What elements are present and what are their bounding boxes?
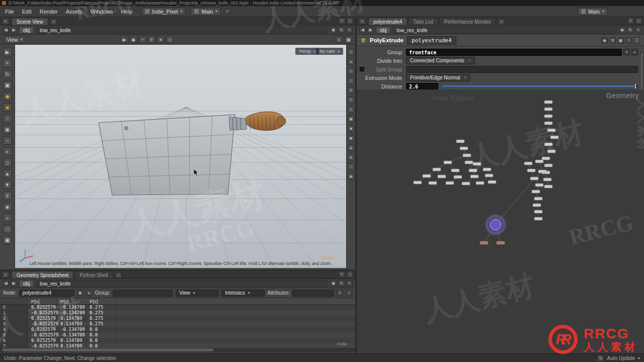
network-node[interactable]	[463, 154, 471, 157]
forward-icon[interactable]: ▶	[367, 27, 374, 33]
persp-view-icon[interactable]: ◐	[348, 49, 354, 55]
intrinsics-dropdown[interactable]: Intrinsics ▾	[221, 290, 265, 297]
network-node[interactable]	[524, 162, 532, 165]
menu-help[interactable]: Help	[117, 6, 136, 17]
params-tab-take-list[interactable]: Take List	[408, 18, 438, 25]
pane-link-icon[interactable]: ≡	[346, 27, 353, 33]
network-node[interactable]	[542, 157, 550, 160]
forward-icon[interactable]: ▶	[11, 27, 17, 33]
menu-assets[interactable]: Assets	[62, 6, 87, 17]
node-selector[interactable]: polyextrude4	[19, 290, 74, 297]
path-root-chip[interactable]: obj	[19, 280, 34, 287]
network-node[interactable]	[527, 169, 535, 172]
secure-selection-icon[interactable]: ◆	[130, 36, 137, 43]
shading-icon[interactable]: ●	[348, 58, 354, 65]
sheet-row[interactable]: 1-0.0252579-0.1347090.275	[0, 310, 355, 316]
pane-options-icon[interactable]: ≡	[627, 18, 634, 24]
display-flag-icon[interactable]: ▣	[3, 236, 12, 244]
sheet-row[interactable]: 00.9252579-0.1347090.275	[0, 305, 355, 310]
3d-viewport[interactable]: Persp ▾ No cam ▾ Left mouse tumbles. Mid…	[15, 45, 346, 268]
network-node[interactable]	[460, 147, 468, 150]
network-node[interactable]	[438, 175, 446, 178]
snapshot-icon[interactable]: ▣	[348, 116, 354, 122]
back-icon[interactable]: ◀	[3, 27, 9, 33]
params-tab-performance-monitor[interactable]: Performance Monitor	[439, 18, 496, 25]
uv-view-icon[interactable]: #	[3, 192, 12, 200]
sheet-tab-python-shell[interactable]: Python Shell	[74, 271, 113, 279]
network-node[interactable]	[535, 160, 543, 163]
param-slider-distance[interactable]	[442, 85, 638, 87]
history-icon[interactable]: ↻	[338, 280, 345, 287]
back-icon[interactable]: ◀	[3, 280, 9, 287]
table-options-icon[interactable]: ≡	[337, 290, 343, 296]
handles-icon[interactable]: +	[139, 36, 146, 43]
template-icon[interactable]: □	[3, 225, 12, 233]
background-icon[interactable]: ■	[348, 125, 354, 132]
rotate-icon[interactable]: ↻	[3, 70, 12, 78]
sheet-row[interactable]: 40.9252579-0.1347090.0	[0, 327, 355, 332]
network-node[interactable]	[414, 181, 422, 184]
network-node[interactable]	[534, 217, 542, 220]
path-node-chip[interactable]: low_res_knife	[36, 280, 328, 287]
node-pin-icon[interactable]: ◆	[77, 290, 84, 296]
shelf-selector[interactable]: Main ▾	[191, 8, 221, 16]
group-input[interactable]	[113, 290, 173, 297]
wireframe-mode-icon[interactable]: ◇	[166, 36, 174, 43]
snap-icon[interactable]: #	[148, 36, 155, 43]
network-node[interactable]	[544, 101, 552, 104]
param-input-group[interactable]: frontface	[406, 49, 622, 56]
network-node[interactable]	[544, 122, 552, 125]
select-mode-icon[interactable]: ▶	[121, 36, 128, 43]
network-node[interactable]	[530, 177, 538, 180]
lock-icon[interactable]: ▣	[617, 37, 624, 44]
pane-menu-icon[interactable]: ≡	[2, 272, 9, 278]
back-icon[interactable]: ◀	[359, 27, 366, 33]
pin-icon[interactable]: ◆	[330, 280, 337, 287]
points-icon[interactable]: ●	[348, 154, 354, 160]
info-overlay-icon[interactable]: ◉	[348, 173, 354, 179]
scale-icon[interactable]: ▣	[3, 81, 12, 89]
network-node[interactable]	[532, 190, 540, 193]
right-desktop-selector[interactable]: Main ▾	[578, 8, 608, 16]
network-node[interactable]	[535, 184, 543, 187]
network-node[interactable]	[488, 180, 496, 184]
new-pane-tab-icon[interactable]: +	[498, 19, 505, 25]
pane-menu-icon[interactable]: ≡	[2, 18, 9, 25]
menu-windows[interactable]: Windows	[87, 6, 117, 17]
chevron-down-icon[interactable]: ▾	[638, 356, 640, 360]
network-node[interactable]	[456, 140, 464, 143]
info-icon[interactable]: ⓘ	[633, 37, 640, 44]
network-node[interactable]	[544, 108, 552, 111]
flipbook-icon[interactable]: ▣	[345, 36, 352, 43]
network-node[interactable]	[476, 182, 484, 185]
camera-selector[interactable]: No cam ▾	[316, 48, 343, 55]
new-pane-tab-icon[interactable]: +	[50, 19, 57, 25]
param-dropdown-divide-into[interactable]: Connected Components≡	[406, 57, 475, 64]
pane-maximize-icon[interactable]: □	[347, 18, 353, 24]
network-node[interactable]	[538, 170, 546, 173]
cameras-icon[interactable]: ◐	[3, 147, 12, 156]
sheet-row[interactable]: 3-0.02525790.1347090.275	[0, 321, 355, 327]
gear-icon[interactable]: ⚙	[609, 37, 616, 44]
network-node[interactable]	[429, 182, 437, 185]
network-node[interactable]	[547, 129, 555, 132]
network-node[interactable]	[544, 115, 552, 118]
gizmo-icon[interactable]: +	[348, 97, 354, 103]
menu-file[interactable]: File	[1, 6, 18, 17]
new-shelf-tab-icon[interactable]: +	[224, 8, 230, 15]
attributes-input[interactable]	[292, 290, 334, 297]
network-node[interactable]	[550, 136, 558, 139]
pin-icon[interactable]: ◆	[330, 27, 337, 33]
uv-overlay-icon[interactable]: □	[348, 163, 354, 170]
shaded-mode-icon[interactable]: ●	[157, 36, 165, 43]
network-node[interactable]	[470, 175, 478, 178]
network-node[interactable]	[544, 143, 552, 146]
network-node[interactable]	[462, 182, 470, 185]
geometry-icon[interactable]: ●	[3, 114, 12, 123]
network-node[interactable]	[444, 161, 452, 164]
view-menu-button[interactable]: View ▾	[3, 36, 26, 43]
sheet-row[interactable]: 5-0.0252579-0.1347090.0	[0, 332, 355, 338]
select-icon[interactable]: ▶	[3, 48, 12, 56]
path-node-chip[interactable]: low_res_knife	[36, 27, 328, 34]
group-select-button[interactable]: ▸	[631, 49, 638, 55]
